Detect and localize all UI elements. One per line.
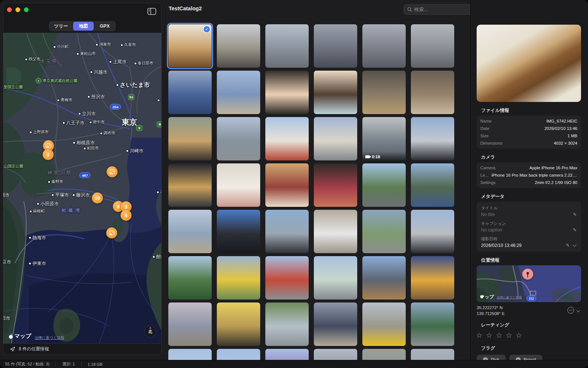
photo-thumbnail[interactable]: [265, 163, 309, 207]
photo-thumbnail[interactable]: [265, 210, 309, 253]
photo-thumbnail[interactable]: [411, 117, 454, 160]
photo-thumbnail[interactable]: [314, 256, 357, 300]
photo-thumbnail[interactable]: [314, 117, 357, 160]
photo-thumbnail[interactable]: [314, 210, 357, 253]
info-row: Date2026/02/10 13:46: [480, 125, 577, 132]
photo-thumbnail[interactable]: ✓: [168, 24, 212, 68]
close-button[interactable]: [7, 7, 12, 12]
chevron-down-icon[interactable]: [577, 308, 580, 312]
photo-thumbnail[interactable]: [265, 24, 309, 68]
photo-thumbnail[interactable]: [411, 302, 454, 346]
rating-star[interactable]: ☆: [476, 331, 483, 340]
photo-thumbnail[interactable]: [217, 256, 260, 300]
photo-thumbnail[interactable]: [411, 24, 454, 68]
photo-thumbnail[interactable]: [362, 71, 406, 114]
route-badge: 212: [527, 296, 536, 301]
photo-thumbnail[interactable]: [265, 71, 309, 114]
section-title-location: 位置情報: [481, 257, 588, 263]
photo-thumbnail[interactable]: [314, 302, 357, 346]
chevron-down-icon[interactable]: [573, 243, 577, 247]
compass-control[interactable]: 北: [144, 326, 156, 337]
tab-ツリー[interactable]: ツリー: [50, 22, 72, 31]
apple-maps-logo: マップ: [480, 294, 494, 300]
photo-thumbnail[interactable]: [168, 210, 212, 253]
photo-icon: [46, 144, 51, 148]
camera-card: CameraApple iPhone 16 Pro MaxLe...iPhone…: [477, 162, 581, 188]
legal-link[interactable]: 法律に基づく情報: [496, 296, 522, 300]
photo-thumbnail[interactable]: [362, 210, 406, 253]
photo-thumbnail[interactable]: [168, 163, 212, 207]
rating-star[interactable]: ☆: [496, 331, 502, 340]
map-view[interactable]: 小川町東松山市鴻巣市久喜市秩父市埼玉県上尾市春日部市川越市♠県立奥武蔵自然公園さ…: [3, 33, 161, 343]
edit-pencil-icon[interactable]: ✎: [566, 243, 570, 248]
rating-star[interactable]: ☆: [506, 331, 512, 340]
photo-thumbnail[interactable]: [168, 256, 212, 300]
file-info-card: NameIMG_6742.HEICDate2026/02/10 13:46Siz…: [477, 116, 581, 149]
selected-check-icon: ✓: [204, 26, 210, 32]
apple-logo-icon: [8, 333, 13, 339]
photo-cluster-marker[interactable]: [107, 166, 118, 177]
map-markers: 210836: [3, 33, 161, 343]
edit-pencil-icon[interactable]: ✎: [573, 227, 577, 233]
rating-stars: ☆☆☆☆☆: [476, 331, 588, 340]
status-item: 選択: 1: [62, 361, 75, 367]
map-attribution: マップ 法律に基づく情報: [8, 333, 64, 340]
section-title-camera: カメラ: [481, 154, 588, 160]
photo-thumbnail[interactable]: [265, 302, 309, 346]
photo-preview[interactable]: [477, 25, 581, 102]
minimap-attribution: マップ 法律に基づく情報: [480, 294, 522, 300]
photo-icon: [109, 231, 115, 235]
photo-count-marker[interactable]: 10: [92, 192, 103, 204]
map-pin-icon: [522, 269, 533, 280]
tab-GPX[interactable]: GPX: [94, 22, 115, 31]
rating-star[interactable]: ☆: [516, 331, 522, 340]
photo-thumbnail[interactable]: [217, 117, 260, 160]
metadata-card: タイトルNo title✎キャプションNo caption✎撮影日時2026/0…: [477, 202, 581, 252]
photo-thumbnail[interactable]: [362, 24, 406, 68]
photo-thumbnail[interactable]: [265, 117, 309, 160]
photo-thumbnail[interactable]: [217, 302, 260, 346]
photo-thumbnail[interactable]: [168, 71, 212, 114]
photo-thumbnail[interactable]: [168, 117, 212, 160]
sidebar-toggle-icon[interactable]: [147, 8, 156, 15]
apple-logo-icon: [480, 294, 484, 298]
photo-thumbnail[interactable]: [217, 163, 260, 207]
location-minimap[interactable]: 212 マップ 法律に基づく情報: [477, 265, 581, 302]
photo-thumbnail[interactable]: [411, 163, 454, 207]
left-panel: ツリー地図GPX: [3, 3, 162, 355]
photo-grid: ✓0:18: [168, 24, 454, 368]
photo-thumbnail[interactable]: 0:18: [362, 117, 406, 160]
app-window: ツリー地図GPX: [0, 0, 588, 368]
photo-thumbnail[interactable]: [314, 71, 357, 114]
legal-link[interactable]: 法律に基づく情報: [35, 335, 64, 340]
photo-thumbnail[interactable]: [411, 256, 454, 300]
photo-thumbnail[interactable]: [314, 163, 357, 207]
inspector-panel: ファイル情報 NameIMG_6742.HEICDate2026/02/10 1…: [470, 0, 588, 360]
location-more-icon[interactable]: [567, 307, 574, 314]
photo-thumbnail[interactable]: [217, 71, 260, 114]
rating-star[interactable]: ☆: [486, 331, 492, 340]
video-duration-badge: 0:18: [362, 152, 406, 160]
photo-thumbnail[interactable]: [265, 256, 309, 300]
photo-count-marker[interactable]: 2: [43, 149, 54, 160]
photo-cluster-marker[interactable]: [106, 227, 117, 238]
info-row: Dimensions4032 × 3024: [480, 139, 577, 147]
photo-thumbnail[interactable]: [362, 163, 406, 207]
photo-thumbnail[interactable]: [217, 24, 260, 68]
photo-thumbnail[interactable]: [411, 71, 454, 114]
photo-thumbnail[interactable]: [314, 24, 357, 68]
zoom-button[interactable]: [24, 7, 29, 12]
minimize-button[interactable]: [15, 7, 20, 12]
info-row: Settings2mm f/2.2 1/99 ISO 80: [480, 179, 577, 186]
photo-thumbnail[interactable]: [362, 302, 406, 346]
section-title-flag: フラグ: [481, 345, 588, 351]
photo-thumbnail[interactable]: [411, 210, 454, 253]
tab-地図[interactable]: 地図: [73, 22, 94, 31]
video-camera-icon: [365, 155, 370, 158]
photo-thumbnail[interactable]: [362, 256, 406, 300]
edit-pencil-icon[interactable]: ✎: [573, 212, 577, 217]
photo-thumbnail[interactable]: [168, 302, 212, 346]
photo-icon: [110, 170, 115, 174]
photo-count-marker[interactable]: 6: [121, 210, 132, 221]
photo-thumbnail[interactable]: [217, 210, 260, 253]
